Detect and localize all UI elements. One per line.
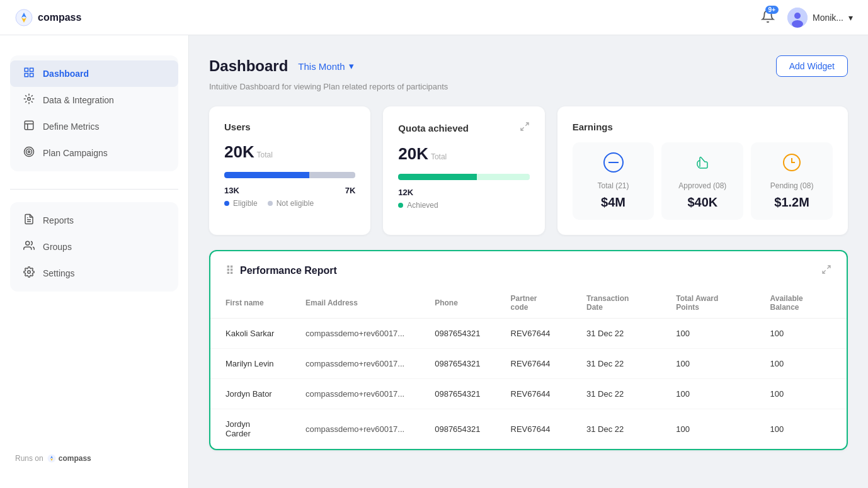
performance-table-header-row: First name Email Address Phone Partner c… xyxy=(210,288,847,319)
sidebar-card-main: Dashboard Data & Integration Define Metr… xyxy=(10,55,178,171)
cell-first-name: Kakoli Sarkar xyxy=(210,319,290,349)
svg-point-14 xyxy=(28,151,30,153)
users-not-eligible-legend: Not eligible xyxy=(268,199,314,208)
svg-point-5 xyxy=(792,20,803,28)
sidebar-item-settings-label: Settings xyxy=(43,268,75,278)
user-menu-button[interactable]: Monik... ▾ xyxy=(787,8,853,28)
svg-point-4 xyxy=(794,13,801,19)
quota-achieved-legend: Achieved xyxy=(398,201,438,210)
sidebar-item-dashboard-label: Dashboard xyxy=(43,69,89,79)
sidebar-item-settings[interactable]: Settings xyxy=(10,260,178,287)
table-row: Jordyn Bator compassdemo+rev60017... 098… xyxy=(210,379,847,409)
svg-point-10 xyxy=(28,98,31,101)
eligible-dot xyxy=(224,201,229,206)
earnings-approved-icon xyxy=(671,152,733,176)
add-widget-button[interactable]: Add Widget xyxy=(776,55,848,77)
quota-expand-icon[interactable] xyxy=(520,122,530,134)
app-logo: compass xyxy=(15,9,81,26)
performance-report-header: ⠿ Performance Report xyxy=(210,251,847,288)
not-eligible-dot xyxy=(268,201,273,206)
quota-bar-labels: 12K xyxy=(398,188,529,197)
cell-total-award-points: 100 xyxy=(661,379,755,409)
sidebar-item-reports[interactable]: Reports xyxy=(10,207,178,234)
sidebar-item-define-metrics-label: Define Metrics xyxy=(43,122,99,132)
svg-rect-6 xyxy=(25,68,28,71)
users-bar-labels: 13K 7K xyxy=(224,186,355,195)
quota-card: Quota achieved 20K Total 12K xyxy=(383,106,544,235)
period-arrow-icon: ▾ xyxy=(349,60,354,72)
users-eligible-bar xyxy=(224,172,309,178)
svg-rect-11 xyxy=(25,121,33,130)
cell-email: compassdemo+rev60017... xyxy=(290,319,420,349)
earnings-approved-item: Approved (08) $40K xyxy=(661,142,743,220)
earnings-pending-label: Pending (08) xyxy=(761,181,823,190)
achieved-dot xyxy=(398,203,403,208)
cell-available-balance: 100 xyxy=(755,379,847,409)
sidebar-card-secondary: Reports Groups Settings xyxy=(10,202,178,292)
col-available-balance: Available Balance xyxy=(755,288,847,319)
define-metrics-icon xyxy=(23,120,35,133)
data-integration-icon xyxy=(23,93,35,107)
main-content: Dashboard This Month ▾ Add Widget Intuit… xyxy=(189,35,868,488)
sidebar-item-data-integration[interactable]: Data & Integration xyxy=(10,87,178,113)
cell-transaction-date: 31 Dec 22 xyxy=(571,409,661,449)
page-title-row: Dashboard This Month ▾ xyxy=(209,57,354,75)
sidebar-divider xyxy=(10,189,178,190)
users-eligible-legend: Eligible xyxy=(224,199,258,208)
cell-total-award-points: 100 xyxy=(661,409,755,449)
period-label: This Month xyxy=(298,61,345,72)
runs-on-brand: compass xyxy=(47,454,91,463)
col-transaction-date: Transaction Date xyxy=(571,288,661,319)
cell-first-name: Marilyn Levin xyxy=(210,349,290,379)
earnings-total-icon xyxy=(583,152,644,176)
cell-total-award-points: 100 xyxy=(661,349,755,379)
cell-first-name: Jordyn Carder xyxy=(210,409,290,449)
user-dropdown-arrow: ▾ xyxy=(848,13,853,23)
cell-email: compassdemo+rev60017... xyxy=(290,349,420,379)
compass-logo-icon xyxy=(15,9,33,26)
notification-button[interactable]: 9+ xyxy=(758,7,777,28)
performance-expand-icon[interactable] xyxy=(821,264,831,277)
plan-campaigns-icon xyxy=(23,146,35,160)
runs-on-label: Runs on xyxy=(15,454,43,463)
cell-partner-code: REV67644 xyxy=(496,319,571,349)
col-first-name: First name xyxy=(210,288,290,319)
earnings-total-item: Total (21) $4M xyxy=(573,142,654,220)
cell-phone: 0987654321 xyxy=(420,349,495,379)
sidebar-item-dashboard[interactable]: Dashboard xyxy=(10,60,178,87)
users-total-value: 20K Total xyxy=(224,142,355,162)
topnav-right: 9+ Monik... ▾ xyxy=(758,7,853,28)
cell-available-balance: 100 xyxy=(755,319,847,349)
earnings-grid: Total (21) $4M Approved (08) $40K xyxy=(573,142,833,220)
svg-rect-8 xyxy=(30,74,33,77)
cell-transaction-date: 31 Dec 22 xyxy=(571,379,661,409)
users-not-eligible-bar xyxy=(309,172,355,178)
period-selector[interactable]: This Month ▾ xyxy=(298,60,353,72)
page-header: Dashboard This Month ▾ Add Widget xyxy=(209,55,848,77)
earnings-pending-item: Pending (08) $1.2M xyxy=(751,142,833,220)
cell-partner-code: REV67644 xyxy=(496,409,571,449)
runs-on-footer: Runs on compass xyxy=(0,444,188,473)
sidebar: Dashboard Data & Integration Define Metr… xyxy=(0,35,189,488)
main-layout: Dashboard Data & Integration Define Metr… xyxy=(0,0,868,488)
notification-badge: 9+ xyxy=(765,6,779,14)
stats-row: Users 20K Total 13K 7K xyxy=(209,106,848,235)
performance-table: First name Email Address Phone Partner c… xyxy=(210,288,847,449)
reports-icon xyxy=(23,213,35,227)
sidebar-item-define-metrics[interactable]: Define Metrics xyxy=(10,113,178,140)
cell-partner-code: REV67644 xyxy=(496,349,571,379)
drag-handle-icon[interactable]: ⠿ xyxy=(226,264,234,278)
earnings-card-title: Earnings xyxy=(573,122,833,132)
performance-table-head: First name Email Address Phone Partner c… xyxy=(210,288,847,319)
cell-transaction-date: 31 Dec 22 xyxy=(571,349,661,379)
svg-point-18 xyxy=(28,271,31,274)
cell-email: compassdemo+rev60017... xyxy=(290,409,420,449)
col-email: Email Address xyxy=(290,288,420,319)
col-phone: Phone xyxy=(420,288,495,319)
earnings-pending-icon xyxy=(761,152,823,176)
sidebar-item-plan-campaigns-label: Plan Campaigns xyxy=(43,148,108,158)
user-avatar xyxy=(787,8,808,28)
sidebar-item-plan-campaigns[interactable]: Plan Campaigns xyxy=(10,140,178,166)
groups-icon xyxy=(23,240,35,254)
sidebar-item-groups[interactable]: Groups xyxy=(10,234,178,260)
